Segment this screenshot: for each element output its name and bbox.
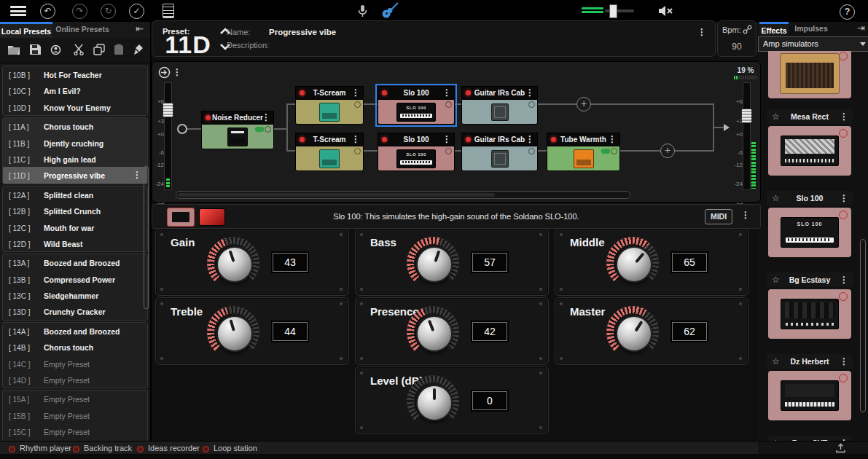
knob-value[interactable]: 62 — [672, 322, 707, 341]
tab-online-presets[interactable]: Online Presets — [52, 22, 112, 38]
knob-value[interactable]: 65 — [672, 253, 707, 272]
preset-item-14B[interactable]: [ 14B ]Chorus touch — [3, 339, 147, 355]
chain-block-noise[interactable]: Noise Reducer⋮ — [201, 111, 274, 149]
preset-item-12B[interactable]: [ 12B ]Splitted Crunch — [3, 203, 147, 219]
favorite-star-icon[interactable]: ☆ — [772, 191, 780, 205]
block-body[interactable] — [461, 99, 538, 125]
bottom-tool-loop-station[interactable]: Loop station — [203, 442, 257, 455]
knob[interactable] — [216, 246, 253, 283]
tab-local-presets[interactable]: Local Presets — [0, 22, 52, 38]
midi-button[interactable]: MIDI — [705, 209, 732, 224]
chain-block-tscream[interactable]: T-Scream⋮ — [295, 133, 364, 171]
preset-item-15A[interactable]: [ 15A ]Empty Preset — [3, 391, 147, 407]
preset-header-kebab[interactable]: ⋮ — [697, 27, 706, 37]
amp-card-slo-100[interactable]: ☆Slo 100⋮SLO 100 — [767, 191, 853, 257]
block-kebab[interactable]: ⋮ — [442, 133, 451, 146]
meter-fader-track[interactable] — [743, 82, 751, 190]
chain-block-tscream[interactable]: T-Scream⋮ — [295, 86, 364, 125]
expand-right-panel-icon[interactable]: ⇥ — [857, 23, 865, 34]
knob-value[interactable]: 42 — [472, 322, 507, 341]
preset-item-12D[interactable]: [ 12D ]Wild Beast — [3, 235, 147, 251]
chain-block-slo[interactable]: Slo 100⋮SLO 100 — [378, 133, 455, 171]
preset-item-11D[interactable]: [ 11D ]Progressive vibe⋮ — [3, 167, 147, 183]
amp-card[interactable]: ☆⋮ — [767, 51, 853, 98]
block-body[interactable] — [295, 146, 364, 171]
preset-item-14A[interactable]: [ 14A ]Boozed and Broozed — [3, 323, 147, 339]
repeat-icon[interactable]: ↻ — [101, 4, 116, 19]
block-kebab[interactable]: ⋮ — [442, 87, 451, 99]
amp-card-kebab[interactable]: ⋮ — [840, 272, 848, 287]
meter-fader-handle[interactable] — [163, 103, 173, 117]
paste-icon[interactable] — [114, 44, 127, 57]
favorite-star-icon[interactable]: ☆ — [772, 109, 780, 124]
collapse-left-panel-icon[interactable]: ⇤ — [136, 23, 144, 34]
chain-input-node[interactable] — [177, 124, 187, 134]
amp-card-kebab[interactable]: ⋮ — [840, 354, 848, 369]
help-icon[interactable]: ? — [840, 4, 855, 20]
favorite-star-icon[interactable]: ☆ — [772, 354, 780, 369]
import-presets-icon[interactable] — [7, 44, 20, 57]
amp-card-image[interactable] — [768, 371, 851, 420]
block-kebab[interactable]: ⋮ — [351, 87, 360, 99]
amp-list-scrollbar[interactable] — [860, 239, 866, 412]
undo-icon[interactable]: ↶ — [40, 4, 55, 19]
knob[interactable] — [416, 246, 453, 283]
tab-effects[interactable]: Effects — [759, 22, 789, 36]
meter-fader-handle[interactable] — [741, 109, 752, 123]
microphone-icon[interactable] — [355, 4, 370, 18]
meter-fader-track[interactable] — [164, 82, 172, 190]
amp-card-bg-ecstasy[interactable]: ☆Bg Ecstasy⋮ — [767, 272, 853, 339]
block-kebab[interactable]: ⋮ — [351, 133, 360, 146]
preset-item-14D[interactable]: [ 14D ]Empty Preset — [3, 372, 147, 388]
upload-icon[interactable] — [835, 443, 846, 453]
amp-card-image[interactable]: SLO 100 — [768, 208, 851, 257]
add-block-icon[interactable]: + — [576, 97, 591, 111]
block-kebab[interactable]: ⋮ — [608, 133, 617, 146]
amp-card-kebab[interactable]: ⋮ — [840, 109, 848, 124]
preset-item-10C[interactable]: [ 10C ]Am I Evil? — [3, 82, 147, 98]
knob[interactable] — [616, 315, 652, 352]
block-body[interactable] — [461, 146, 538, 171]
chain-block-cab[interactable]: Guitar IRs Cab⋮ — [461, 133, 538, 171]
preset-item-13B[interactable]: [ 13B ]Compressed Power — [3, 271, 147, 287]
preset-item-12C[interactable]: [ 12C ]Mouth for war — [3, 219, 147, 235]
export-presets-icon[interactable] — [29, 44, 42, 57]
preset-item-13A[interactable]: [ 13A ]Boozed and Broozed — [3, 254, 147, 270]
preset-item-10D[interactable]: [ 10D ]Know Your Enemy — [3, 99, 147, 115]
block-enabled-led[interactable] — [382, 90, 387, 95]
tap-tempo-icon[interactable] — [743, 25, 752, 34]
chain-block-slo[interactable]: Slo 100⋮SLO 100 — [378, 86, 455, 125]
amp-card-image[interactable] — [768, 126, 851, 176]
block-body[interactable] — [547, 146, 620, 171]
block-enabled-led[interactable] — [206, 115, 211, 120]
bpm-value[interactable]: 90 — [718, 42, 756, 52]
block-body[interactable] — [201, 124, 274, 149]
knob-value[interactable]: 44 — [273, 322, 308, 341]
preset-item-12A[interactable]: [ 12A ]Splitted clean — [3, 187, 147, 203]
redo-icon[interactable]: ↷ — [72, 4, 87, 19]
power-toggle[interactable] — [199, 208, 225, 226]
guitar-icon[interactable] — [380, 2, 399, 20]
preset-item-11A[interactable]: [ 11A ]Chorus touch — [3, 118, 147, 134]
check-circle-icon[interactable]: ✓ — [129, 4, 144, 19]
amp-card-kebab[interactable]: ⋮ — [840, 191, 848, 205]
input-kebab[interactable]: ⋮ — [173, 67, 181, 77]
preset-item-15C[interactable]: [ 15C ]Empty Preset — [3, 423, 147, 439]
knob[interactable] — [416, 385, 453, 421]
preset-item-11B[interactable]: [ 11B ]Djently cruching — [3, 135, 147, 151]
knob-value[interactable]: 57 — [472, 253, 507, 272]
chain-block-cab[interactable]: Guitar IRs Cab⋮ — [461, 86, 538, 125]
block-body[interactable]: SLO 100 — [378, 99, 455, 125]
preset-item-13D[interactable]: [ 13D ]Crunchy Cracker — [3, 303, 147, 319]
category-dropdown[interactable]: Amp simulators — [758, 36, 868, 52]
knob-value[interactable]: 43 — [273, 253, 308, 272]
block-kebab[interactable]: ⋮ — [525, 133, 534, 146]
knob[interactable] — [416, 315, 453, 352]
block-body[interactable] — [295, 99, 364, 125]
block-enabled-led[interactable] — [466, 137, 471, 142]
menu-icon[interactable] — [10, 6, 26, 16]
info-bar-kebab[interactable]: ⋮ — [741, 210, 750, 220]
preset-item-kebab[interactable]: ⋮ — [133, 167, 141, 183]
knob[interactable] — [216, 315, 253, 352]
preset-name-value[interactable]: Progressive vibe — [269, 28, 336, 36]
